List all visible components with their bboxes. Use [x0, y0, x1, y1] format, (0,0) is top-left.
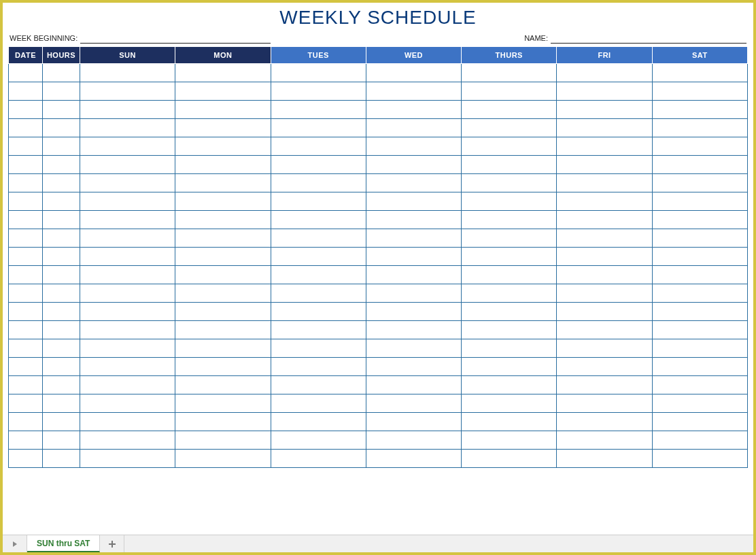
cell[interactable] — [557, 284, 652, 303]
cell[interactable] — [9, 229, 43, 248]
cell[interactable] — [271, 339, 366, 358]
cell[interactable] — [557, 358, 652, 376]
cell[interactable] — [557, 137, 652, 156]
cell[interactable] — [80, 82, 175, 101]
cell[interactable] — [557, 450, 652, 468]
cell[interactable] — [271, 82, 366, 101]
cell[interactable] — [271, 376, 366, 394]
cell[interactable] — [557, 413, 652, 431]
cell[interactable] — [9, 394, 43, 413]
cell[interactable] — [462, 413, 557, 431]
cell[interactable] — [271, 101, 366, 119]
cell[interactable] — [557, 192, 652, 211]
cell[interactable] — [557, 229, 652, 248]
cell[interactable] — [43, 339, 80, 358]
cell[interactable] — [9, 211, 43, 229]
cell[interactable] — [80, 64, 175, 82]
cell[interactable] — [462, 156, 557, 174]
cell[interactable] — [652, 192, 747, 211]
cell[interactable] — [9, 284, 43, 303]
cell[interactable] — [80, 192, 175, 211]
cell[interactable] — [175, 211, 271, 229]
cell[interactable] — [462, 284, 557, 303]
cell[interactable] — [557, 431, 652, 450]
cell[interactable] — [80, 321, 175, 339]
cell[interactable] — [9, 339, 43, 358]
cell[interactable] — [175, 192, 271, 211]
cell[interactable] — [80, 248, 175, 266]
cell[interactable] — [366, 229, 461, 248]
cell[interactable] — [9, 248, 43, 266]
cell[interactable] — [271, 248, 366, 266]
cell[interactable] — [557, 156, 652, 174]
cell[interactable] — [462, 376, 557, 394]
cell[interactable] — [462, 431, 557, 450]
cell[interactable] — [80, 211, 175, 229]
cell[interactable] — [462, 64, 557, 82]
cell[interactable] — [271, 229, 366, 248]
cell[interactable] — [652, 64, 747, 82]
cell[interactable] — [366, 137, 461, 156]
add-sheet-button[interactable] — [100, 535, 124, 552]
cell[interactable] — [366, 450, 461, 468]
cell[interactable] — [462, 358, 557, 376]
cell[interactable] — [43, 192, 80, 211]
cell[interactable] — [43, 413, 80, 431]
cell[interactable] — [271, 303, 366, 321]
cell[interactable] — [9, 303, 43, 321]
cell[interactable] — [9, 376, 43, 394]
cell[interactable] — [557, 82, 652, 101]
cell[interactable] — [462, 82, 557, 101]
cell[interactable] — [175, 376, 271, 394]
cell[interactable] — [557, 303, 652, 321]
cell[interactable] — [43, 358, 80, 376]
cell[interactable] — [271, 211, 366, 229]
cell[interactable] — [175, 174, 271, 192]
cell[interactable] — [271, 137, 366, 156]
cell[interactable] — [175, 358, 271, 376]
cell[interactable] — [80, 266, 175, 284]
cell[interactable] — [43, 174, 80, 192]
cell[interactable] — [271, 174, 366, 192]
cell[interactable] — [652, 450, 747, 468]
cell[interactable] — [9, 156, 43, 174]
cell[interactable] — [9, 119, 43, 137]
cell[interactable] — [43, 450, 80, 468]
cell[interactable] — [9, 321, 43, 339]
cell[interactable] — [652, 303, 747, 321]
cell[interactable] — [652, 101, 747, 119]
cell[interactable] — [652, 394, 747, 413]
cell[interactable] — [652, 431, 747, 450]
cell[interactable] — [366, 394, 461, 413]
cell[interactable] — [43, 394, 80, 413]
cell[interactable] — [652, 321, 747, 339]
cell[interactable] — [43, 266, 80, 284]
cell[interactable] — [80, 156, 175, 174]
cell[interactable] — [271, 394, 366, 413]
cell[interactable] — [557, 64, 652, 82]
cell[interactable] — [366, 303, 461, 321]
cell[interactable] — [9, 413, 43, 431]
cell[interactable] — [366, 413, 461, 431]
cell[interactable] — [175, 119, 271, 137]
cell[interactable] — [366, 101, 461, 119]
cell[interactable] — [462, 394, 557, 413]
cell[interactable] — [175, 321, 271, 339]
cell[interactable] — [43, 376, 80, 394]
cell[interactable] — [271, 156, 366, 174]
cell[interactable] — [43, 431, 80, 450]
cell[interactable] — [462, 211, 557, 229]
cell[interactable] — [80, 450, 175, 468]
cell[interactable] — [366, 376, 461, 394]
cell[interactable] — [366, 339, 461, 358]
cell[interactable] — [271, 119, 366, 137]
cell[interactable] — [366, 248, 461, 266]
cell[interactable] — [652, 284, 747, 303]
cell[interactable] — [43, 156, 80, 174]
cell[interactable] — [652, 137, 747, 156]
cell[interactable] — [9, 192, 43, 211]
cell[interactable] — [271, 266, 366, 284]
cell[interactable] — [462, 101, 557, 119]
cell[interactable] — [175, 229, 271, 248]
cell[interactable] — [366, 321, 461, 339]
